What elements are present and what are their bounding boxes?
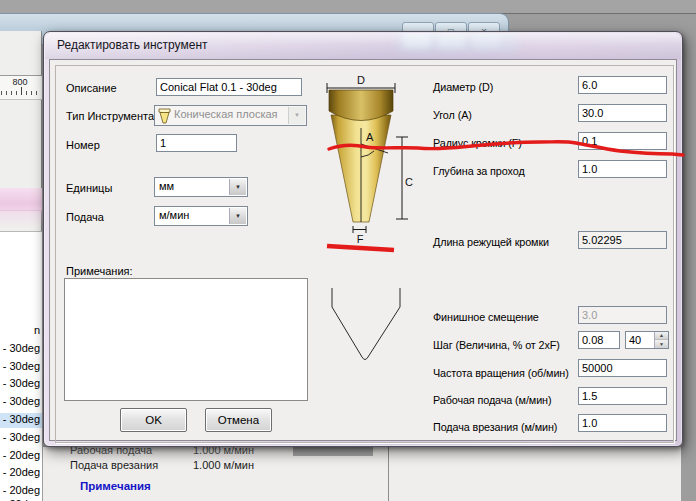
feed-units-combo[interactable]: м/мин ▼ <box>154 206 248 226</box>
angle-input[interactable] <box>578 104 667 122</box>
chevron-down-icon[interactable]: ▼ <box>229 179 246 195</box>
dialog-title: Редактировать инструмент <box>57 38 208 52</box>
edge-radius-label: Радиус кромки (F) <box>433 137 522 149</box>
pink-band <box>0 188 42 211</box>
list-item[interactable]: - 30deg <box>0 431 42 446</box>
diameter-label: Диаметр (D) <box>433 81 493 93</box>
plunge-feed-label: Подача врезания (м/мин) <box>433 421 557 433</box>
edge-length-label: Длина режущей кромки <box>433 236 549 248</box>
spin-up-icon[interactable]: ▲ <box>655 332 668 340</box>
number-label: Номер <box>66 139 100 151</box>
list-item[interactable]: - 30deg <box>0 395 42 410</box>
spin-down-icon[interactable]: ▼ <box>655 340 668 348</box>
plunge-feed-row-label: Подача врезания <box>70 459 158 471</box>
plunge-feed-input[interactable] <box>578 414 667 432</box>
notes-label: Примечания: <box>66 265 133 277</box>
background-divider-block <box>293 447 373 456</box>
tool-list: n - 30deg - 30deg - 30deg - 30deg - 30de… <box>0 231 42 501</box>
cancel-button[interactable]: Отмена <box>205 408 272 432</box>
description-input[interactable] <box>156 78 302 96</box>
tool-type-combo: Коническая плоская ▼ <box>154 105 307 126</box>
tool-type-label: Тип Инструмента <box>66 110 154 122</box>
ruler-label: 800 <box>0 77 40 87</box>
angle-label: Угол (A) <box>433 109 472 121</box>
rpm-input[interactable] <box>578 359 667 377</box>
notes-heading: Примечания <box>80 480 151 492</box>
number-input[interactable] <box>156 134 237 152</box>
edge-radius-input[interactable] <box>578 132 667 150</box>
finish-offset-input <box>578 306 667 324</box>
tool-type-value: Коническая плоская <box>174 108 278 120</box>
screen: — ▢ ✕ 800 n - 30deg - 30deg - 30deg - 30… <box>0 0 696 501</box>
edge-length-output <box>578 231 667 249</box>
list-item[interactable]: - 30deg <box>0 342 42 357</box>
list-item[interactable]: - 20deg <box>0 449 42 464</box>
chevron-down-icon: ▼ <box>288 107 305 124</box>
diameter-input[interactable] <box>578 76 667 94</box>
step-label: Шаг (Величина, % от 2xF) <box>433 339 560 351</box>
plunge-feed-row-value: 1.000 м/мин <box>193 459 254 471</box>
top-desktop-strip <box>0 0 696 14</box>
conical-tool-icon <box>158 108 171 124</box>
feed-units-label: Подача <box>66 211 104 223</box>
list-item[interactable]: - 30deg <box>0 360 42 375</box>
description-label: Описание <box>66 82 117 94</box>
work-feed-label: Рабочая подача (м/мин) <box>433 394 551 406</box>
list-item-selected[interactable]: - 30deg <box>0 413 42 428</box>
finish-offset-label: Финишное смещение <box>433 311 539 323</box>
depth-per-pass-input[interactable] <box>578 160 667 178</box>
units-label: Единицы <box>66 182 112 194</box>
step-percent-stepper[interactable]: 40 ▲ ▼ <box>625 331 669 349</box>
ruler: 800 <box>0 75 42 100</box>
rpm-label: Частота вращения (об/мин) <box>433 367 569 379</box>
ok-button[interactable]: OK <box>120 408 187 432</box>
background-bottom-panel: Рабочая подача 1.000 м/мин Подача врезан… <box>43 447 681 501</box>
units-value: мм <box>159 180 174 192</box>
chevron-down-icon[interactable]: ▼ <box>229 208 246 224</box>
list-item[interactable]: - 20deg <box>0 484 42 499</box>
work-feed-input[interactable] <box>578 387 667 405</box>
list-item[interactable]: - 30deg <box>0 377 42 392</box>
step-percent-value: 40 <box>629 334 641 346</box>
depth-per-pass-label: Глубина за проход <box>433 165 525 177</box>
background-left-panel: 800 n - 30deg - 30deg - 30deg - 30deg - … <box>0 31 42 501</box>
vertical-divider <box>388 447 389 501</box>
notes-textarea[interactable] <box>64 278 308 401</box>
list-item[interactable]: - 20deg <box>0 466 42 481</box>
edit-tool-dialog: Редактировать инструмент Описание Тип Ин… <box>43 31 683 447</box>
feed-units-value: м/мин <box>159 209 189 221</box>
list-item[interactable]: n <box>0 324 42 339</box>
step-input[interactable] <box>578 331 620 349</box>
units-combo[interactable]: мм ▼ <box>154 177 248 197</box>
